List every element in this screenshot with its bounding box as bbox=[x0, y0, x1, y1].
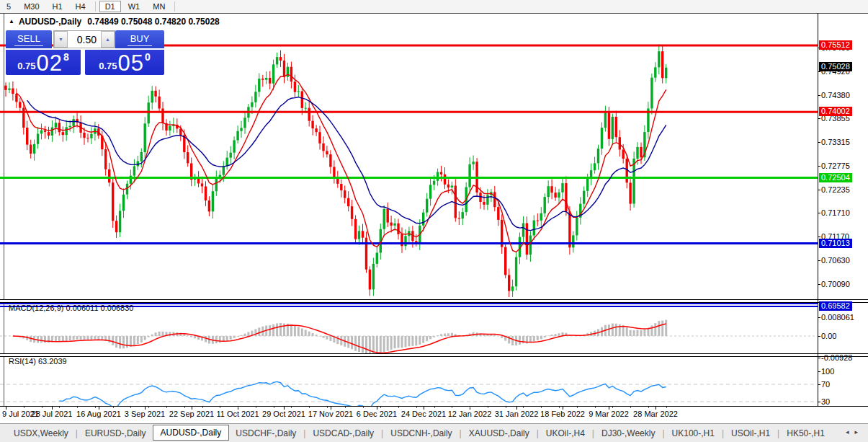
timeframe-button-h4[interactable]: H4 bbox=[70, 1, 91, 12]
sell-price-pip-digit: 8 bbox=[63, 51, 69, 63]
date-tick-label: 29 Oct 2021 bbox=[262, 410, 305, 418]
buy-price-display[interactable]: 0.75 05 0 bbox=[85, 50, 164, 75]
date-minor-tick bbox=[202, 407, 203, 408]
date-minor-tick bbox=[363, 407, 364, 408]
date-minor-tick bbox=[506, 407, 506, 408]
buy-price-prefix: 0.75 bbox=[99, 61, 117, 71]
date-minor-tick bbox=[541, 407, 542, 408]
timeframe-button-5[interactable]: 5 bbox=[1, 1, 17, 12]
date-tick-label: 11 Oct 2021 bbox=[216, 410, 259, 418]
date-minor-tick bbox=[380, 407, 381, 408]
date-tick-label: 24 Dec 2021 bbox=[401, 410, 446, 418]
level-price-label: 0.75512 bbox=[819, 40, 852, 50]
sell-button-label: SELL bbox=[14, 33, 43, 46]
volume-decrease-button[interactable]: ▼ bbox=[54, 31, 68, 48]
tab-scroll-right-icon[interactable]: ▸ bbox=[854, 428, 864, 436]
price-tick-mark bbox=[818, 71, 820, 72]
chart-tab-usoil[interactable]: USOil-,H1 bbox=[725, 426, 777, 441]
date-minor-tick bbox=[42, 407, 42, 408]
chart-tab-usdx[interactable]: USDX,Weekly bbox=[7, 426, 75, 441]
timeframe-toolbar: 5M30H1H4D1W1MN bbox=[0, 0, 868, 14]
toolbar-separator bbox=[174, 1, 175, 12]
date-minor-tick bbox=[595, 407, 596, 408]
chart-window: ▲AUDUSD-,Daily0.74849 0.75048 0.74820 0.… bbox=[0, 13, 868, 423]
date-tick-label: 9 Mar 2022 bbox=[589, 410, 629, 418]
price-tick-label: 0.71710 bbox=[821, 208, 850, 217]
level-price-label: 0.72504 bbox=[819, 173, 852, 182]
date-axis: 9 Jul 202128 Jul 202116 Aug 20213 Sep 20… bbox=[0, 407, 868, 423]
date-minor-tick bbox=[309, 407, 310, 408]
chart-tab-usdcnh[interactable]: USDCNH-,Daily bbox=[384, 426, 458, 441]
sell-price-display[interactable]: 0.75 02 8 bbox=[6, 50, 81, 75]
chart-tab-usdcad[interactable]: USDCAD-,Daily bbox=[306, 426, 380, 441]
chart-tab-audusd[interactable]: AUDUSD-,Daily bbox=[153, 425, 230, 441]
rsi-indicator-label: RSI(14) 63.2039 bbox=[9, 357, 67, 366]
rsi-tick-mark bbox=[818, 384, 820, 385]
rsi-tick-label: 100 bbox=[821, 367, 834, 376]
date-tick-label: 3 Sep 2021 bbox=[125, 410, 165, 418]
date-minor-tick bbox=[95, 407, 96, 408]
level-price-label: 0.71013 bbox=[819, 239, 852, 248]
macd-tick-label: -0.00928 bbox=[821, 353, 852, 362]
date-minor-tick bbox=[238, 407, 238, 408]
price-tick-label: 0.70090 bbox=[821, 280, 850, 288]
price-tick-mark bbox=[818, 166, 820, 167]
timeframe-button-w1[interactable]: W1 bbox=[122, 1, 146, 12]
date-tick-label: 28 Jul 2021 bbox=[32, 410, 73, 418]
current-price-label: 0.75028 bbox=[819, 62, 852, 71]
price-tick-label: 0.74380 bbox=[821, 91, 850, 100]
rsi-tick-mark bbox=[818, 371, 820, 372]
date-minor-tick bbox=[256, 407, 256, 408]
macd-tick-mark bbox=[818, 358, 820, 358]
tab-scroll-left-icon[interactable]: ◂ bbox=[846, 428, 855, 436]
rsi-tick-mark bbox=[818, 402, 820, 402]
date-minor-tick bbox=[559, 407, 560, 408]
price-tick-mark bbox=[818, 284, 820, 285]
chart-tabs: USDX,Weekly|EURUSD-,DailyAUDUSD-,DailyUS… bbox=[0, 426, 831, 441]
chart-tab-xauusd[interactable]: XAUUSD-,Daily bbox=[462, 426, 536, 441]
chart-tab-eurusd[interactable]: EURUSD-,Daily bbox=[79, 426, 153, 441]
macd-tick-mark bbox=[818, 336, 820, 337]
price-tick-mark bbox=[818, 95, 820, 96]
price-tick-mark bbox=[818, 142, 820, 143]
date-minor-tick bbox=[166, 407, 167, 408]
chart-tab-usdchf[interactable]: USDCHF-,Daily bbox=[229, 426, 303, 441]
date-minor-tick bbox=[612, 407, 613, 408]
date-minor-tick bbox=[523, 407, 524, 408]
price-tick-label: 0.73315 bbox=[821, 138, 850, 146]
chart-tab-uk100[interactable]: UK100-,H1 bbox=[666, 426, 721, 441]
volume-increase-button[interactable]: ▲ bbox=[101, 31, 115, 48]
price-tick-label: 0.72775 bbox=[821, 162, 850, 170]
price-tick-mark bbox=[818, 190, 820, 190]
sell-button[interactable]: SELL bbox=[6, 30, 52, 48]
date-tick-label: 12 Jan 2022 bbox=[448, 410, 492, 418]
date-minor-tick bbox=[345, 407, 346, 408]
timeframe-button-mn[interactable]: MN bbox=[147, 1, 171, 12]
date-tick-label: 6 Dec 2021 bbox=[357, 410, 397, 418]
rsi-tick-label: 30 bbox=[821, 397, 830, 406]
timeframe-button-m30[interactable]: M30 bbox=[18, 1, 45, 12]
timeframe-button-d1[interactable]: D1 bbox=[99, 1, 121, 12]
date-minor-tick bbox=[327, 407, 328, 408]
chart-tab-hk50[interactable]: HK50-,H1 bbox=[780, 426, 831, 441]
rsi-tick-label: 70 bbox=[821, 380, 830, 389]
date-minor-tick bbox=[577, 407, 578, 408]
date-minor-tick bbox=[488, 407, 488, 408]
tab-scroll-arrows: ◂▸ bbox=[846, 428, 864, 436]
volume-value[interactable]: 0.50 bbox=[68, 31, 101, 48]
timeframe-button-h1[interactable]: H1 bbox=[47, 1, 68, 12]
price-tick-mark bbox=[818, 237, 820, 237]
date-minor-tick bbox=[291, 407, 292, 408]
chart-tab-dj30[interactable]: DJ30-,Weekly bbox=[595, 426, 661, 441]
date-minor-tick bbox=[59, 407, 60, 408]
date-minor-tick bbox=[220, 407, 220, 408]
date-minor-tick bbox=[470, 407, 470, 408]
macd-indicator-label: MACD(12,26,9) 0.006011 0.006830 bbox=[9, 304, 133, 312]
date-tick-label: 17 Nov 2021 bbox=[308, 410, 353, 418]
date-minor-tick bbox=[148, 407, 149, 408]
date-tick-label: 22 Sep 2021 bbox=[169, 410, 214, 418]
chart-tab-ukoil[interactable]: UKOil-,H4 bbox=[540, 426, 591, 441]
date-tick-label: 16 Aug 2021 bbox=[76, 410, 121, 418]
buy-button[interactable]: BUY bbox=[115, 30, 164, 48]
chart-tab-bar: USDX,Weekly|EURUSD-,DailyAUDUSD-,DailyUS… bbox=[0, 423, 868, 442]
